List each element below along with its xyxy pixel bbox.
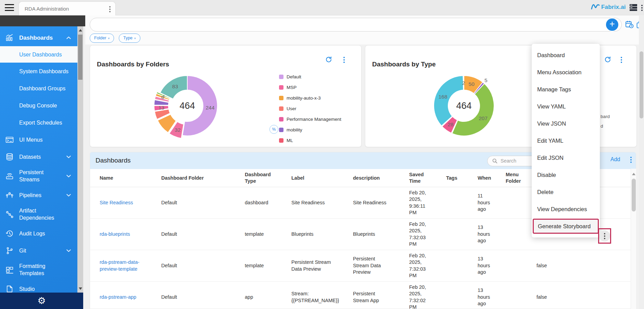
cell-value: false bbox=[506, 294, 547, 301]
legend-swatch bbox=[279, 96, 283, 100]
scroll-up-arrow-icon[interactable] bbox=[632, 173, 635, 175]
doc-icon bbox=[0, 285, 19, 293]
menu-item-view-dependencies[interactable]: View Dependencies bbox=[532, 201, 600, 218]
topbar-overflow-kebab-icon[interactable] bbox=[641, 5, 643, 11]
dependency-icon bbox=[0, 210, 19, 219]
type-legend-fragment: d bbox=[601, 124, 603, 129]
menu-item-generate-storyboard[interactable]: Generate Storyboard bbox=[533, 219, 599, 234]
dashboard-name-link[interactable]: Site Readiness bbox=[100, 199, 133, 206]
type-donut-chart[interactable]: 505207281682464 bbox=[426, 68, 502, 143]
scroll-down-arrow-icon[interactable] bbox=[79, 287, 82, 290]
table-scrollbar-thumb[interactable] bbox=[632, 179, 636, 211]
tab-kebab-icon[interactable] bbox=[109, 6, 111, 12]
global-search-input[interactable] bbox=[97, 20, 602, 30]
menu-item-disable[interactable]: Disable bbox=[532, 166, 600, 183]
menu-item-edit-yaml[interactable]: Edit YAML bbox=[532, 132, 600, 149]
sidebar-item-label: Pipelines bbox=[19, 192, 41, 199]
filter-chip-folder[interactable]: Folder▾ bbox=[90, 34, 114, 43]
folders-donut-chart[interactable]: 24432136183464 bbox=[150, 68, 225, 143]
sidebar-item-audit-logs[interactable]: Audit Logs bbox=[0, 225, 77, 242]
sidebar-item-label: Dashboard Groups bbox=[19, 85, 65, 92]
slice-value-label: 50 bbox=[469, 81, 475, 87]
table-scrollbar[interactable] bbox=[631, 169, 636, 309]
legend-item-msp[interactable]: MSP bbox=[279, 85, 341, 90]
menu-item-menu-association[interactable]: Menu Association bbox=[532, 64, 600, 81]
page-scrollbar-thumb[interactable] bbox=[640, 51, 643, 118]
cell-value: Blueprints bbox=[291, 231, 313, 238]
tab-title: RDA Administration bbox=[25, 6, 69, 12]
cell-desc: Persistent Stream App bbox=[353, 291, 409, 304]
donut-center-total: 464 bbox=[456, 101, 471, 111]
sidebar-scrollbar[interactable] bbox=[77, 26, 83, 293]
legend-item-mobility[interactable]: mobility bbox=[279, 127, 341, 132]
column-header-label: Saved Time bbox=[409, 171, 426, 184]
legend-item-user[interactable]: User bbox=[279, 106, 341, 111]
brand-logo[interactable]: Fabrix.ai bbox=[591, 3, 626, 11]
cell-type: template bbox=[245, 262, 291, 269]
add-dashboard-plus-icon[interactable]: + bbox=[606, 18, 618, 31]
sidebar-item-datasets[interactable]: Datasets bbox=[0, 148, 77, 165]
menu-item-delete[interactable]: Delete bbox=[532, 183, 600, 201]
menu-item-edit-json[interactable]: Edit JSON bbox=[532, 149, 600, 166]
sidebar-item-dashboards[interactable]: Dashboards bbox=[0, 29, 77, 46]
cell-value: Feb 20, 2025, 7:32:02 PM bbox=[409, 284, 431, 309]
column-header-label: Label bbox=[291, 175, 353, 181]
legend-item-ml[interactable]: ML bbox=[279, 138, 341, 143]
legend-label: MSP bbox=[287, 85, 296, 90]
legend-item-performance-management[interactable]: Performance Management bbox=[279, 117, 341, 122]
sidebar-item-artifact-dependencies[interactable]: Artifact Dependencies bbox=[0, 204, 77, 225]
sidebar-item-git[interactable]: Git bbox=[0, 242, 77, 259]
dashboard-name-link[interactable]: rda-blueprints bbox=[100, 231, 130, 238]
dashboard-name-link[interactable]: rda-pstream-data-preview-template bbox=[100, 259, 156, 272]
browser-tab[interactable]: RDA Administration bbox=[18, 1, 116, 15]
sidebar-item-system-dashboards[interactable]: System Dashboards bbox=[0, 63, 77, 80]
chevron-down-icon bbox=[65, 247, 72, 255]
cell-value: Default bbox=[161, 231, 177, 238]
refresh-icon[interactable] bbox=[604, 56, 611, 65]
percent-toggle-button[interactable]: % bbox=[269, 125, 278, 134]
legend-swatch bbox=[279, 117, 283, 121]
cell-value: Feb 20, 2025, 7:32:03 PM bbox=[409, 253, 431, 279]
menu-item-view-yaml[interactable]: View YAML bbox=[532, 98, 600, 115]
legend-item-default[interactable]: Default bbox=[279, 74, 341, 79]
cell-name: rda-pstream-data-preview-template bbox=[90, 259, 161, 272]
sidebar-scrollbar-thumb[interactable] bbox=[78, 35, 83, 80]
settings-gear-icon[interactable]: ⚙ bbox=[37, 296, 46, 306]
table-kebab-icon[interactable] bbox=[630, 157, 632, 163]
sidebar-item-dashboard-groups[interactable]: Dashboard Groups bbox=[0, 80, 77, 97]
pipeline-icon bbox=[0, 191, 19, 199]
menu-item-dashboard[interactable]: Dashboard bbox=[532, 47, 600, 64]
legend-item-mobility-auto-x-3[interactable]: mobility-auto-x-3 bbox=[279, 95, 341, 101]
sidebar-item-user-dashboards[interactable]: User Dashboards bbox=[0, 46, 77, 63]
page-scrollbar[interactable] bbox=[639, 15, 644, 309]
sidebar-item-pipelines[interactable]: Pipelines bbox=[0, 186, 77, 204]
legend-label: User bbox=[287, 106, 296, 111]
table-clock-icon[interactable] bbox=[625, 20, 634, 30]
terminal-icon bbox=[0, 136, 19, 144]
global-search-bar[interactable] bbox=[90, 18, 622, 31]
server-stack-icon[interactable] bbox=[629, 4, 637, 13]
dashboard-name-link[interactable]: rda-pstream-app bbox=[100, 294, 136, 301]
sidebar-item-export-schedules[interactable]: Export Schedules bbox=[0, 114, 77, 131]
legend-swatch bbox=[279, 75, 283, 79]
sidebar-item-persistent-streams[interactable]: Persistent Streams bbox=[0, 165, 77, 186]
sidebar-item-ui-menus[interactable]: UI Menus bbox=[0, 131, 77, 148]
cell-value: template bbox=[245, 231, 264, 238]
hamburger-icon[interactable] bbox=[5, 4, 14, 11]
menu-item-view-json[interactable]: View JSON bbox=[532, 115, 600, 132]
card-kebab-icon[interactable] bbox=[343, 57, 345, 63]
refresh-icon[interactable] bbox=[325, 56, 332, 65]
legend-swatch bbox=[279, 85, 283, 90]
filter-chip-type[interactable]: Type▾ bbox=[119, 34, 140, 43]
sidebar-item-formatting-templates[interactable]: Formatting Templates bbox=[0, 259, 77, 280]
row-kebab-icon[interactable] bbox=[599, 230, 610, 242]
sidebar-item-debug-console[interactable]: Debug Console bbox=[0, 97, 77, 114]
menu-item-manage-tags[interactable]: Manage Tags bbox=[532, 81, 600, 98]
scroll-up-arrow-icon[interactable] bbox=[79, 29, 82, 31]
add-button[interactable]: Add bbox=[610, 156, 620, 163]
card-kebab-icon[interactable] bbox=[621, 57, 622, 63]
sidebar-item-label: User Dashboards bbox=[19, 51, 62, 58]
column-header-label: description bbox=[353, 175, 380, 181]
column-header-dashboard-folder: Dashboard Folder bbox=[161, 175, 245, 181]
cell-folder: Default bbox=[161, 199, 245, 206]
